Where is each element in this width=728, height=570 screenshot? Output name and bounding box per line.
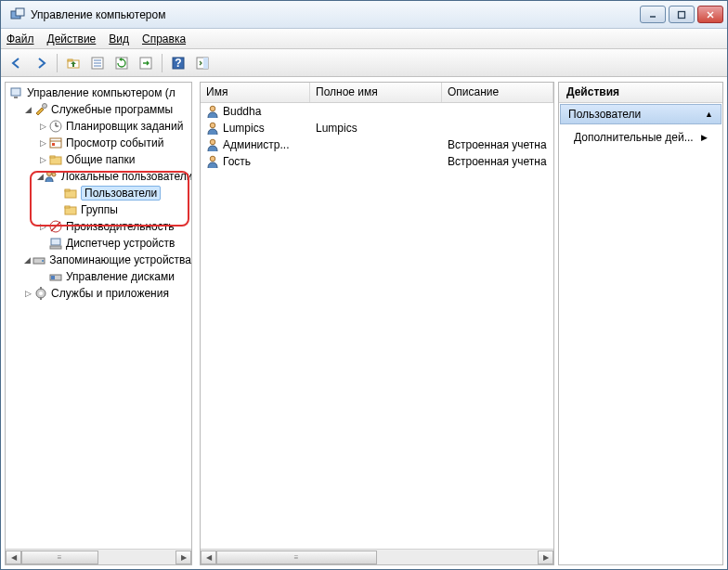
content-area: Управление компьютером (л ◢Служебные про… bbox=[1, 77, 727, 569]
expand-arrow-icon[interactable]: ▷ bbox=[22, 289, 33, 298]
list-header: Имя Полное имя Описание bbox=[201, 83, 553, 103]
refresh-icon[interactable] bbox=[111, 53, 132, 73]
list-panel: Имя Полное имя Описание BuddhaLumpicsLum… bbox=[200, 82, 554, 565]
actions-more[interactable]: Дополнительные дей... ▶ bbox=[559, 125, 722, 149]
close-button[interactable] bbox=[697, 6, 723, 23]
column-full-name[interactable]: Полное имя bbox=[310, 83, 442, 102]
window-title: Управление компьютером bbox=[31, 8, 640, 21]
collapse-arrow-icon[interactable]: ◢ bbox=[22, 255, 32, 265]
scroll-thumb[interactable]: ≡ bbox=[21, 551, 98, 564]
expand-arrow-icon[interactable]: ▷ bbox=[37, 122, 48, 131]
collapse-up-icon[interactable]: ▲ bbox=[705, 110, 713, 119]
cell-name: Buddha bbox=[223, 105, 261, 118]
tree-root[interactable]: Управление компьютером (л bbox=[6, 84, 191, 101]
scroll-thumb[interactable]: ≡ bbox=[216, 551, 377, 564]
svg-rect-18 bbox=[11, 88, 20, 96]
svg-rect-28 bbox=[50, 156, 55, 158]
svg-rect-42 bbox=[51, 276, 55, 279]
svg-point-29 bbox=[47, 172, 52, 176]
svg-point-20 bbox=[43, 104, 47, 109]
scroll-left-button[interactable]: ◀ bbox=[201, 551, 216, 564]
column-name[interactable]: Имя bbox=[201, 83, 310, 102]
list-row[interactable]: ГостьВстроенная учетна bbox=[201, 153, 553, 170]
svg-rect-3 bbox=[679, 11, 685, 18]
svg-point-30 bbox=[52, 173, 56, 176]
services-icon bbox=[33, 286, 48, 301]
actions-context[interactable]: Пользователи ▲ bbox=[560, 104, 722, 124]
collapse-arrow-icon[interactable]: ◢ bbox=[22, 105, 33, 114]
tree-groups[interactable]: Группы bbox=[6, 201, 191, 218]
menu-view[interactable]: Вид bbox=[109, 32, 129, 45]
event-icon bbox=[48, 136, 63, 150]
expand-arrow-icon[interactable]: ▷ bbox=[37, 222, 48, 231]
titlebar: Управление компьютером bbox=[1, 1, 727, 29]
computer-icon bbox=[9, 85, 24, 100]
cell-description: Встроенная учетна bbox=[442, 138, 553, 151]
tree: Управление компьютером (л ◢Служебные про… bbox=[6, 83, 191, 549]
cell-description: Встроенная учетна bbox=[442, 155, 553, 168]
tree-device-manager[interactable]: Диспетчер устройств bbox=[6, 235, 191, 252]
user-icon bbox=[206, 105, 219, 118]
performance-icon bbox=[48, 219, 63, 234]
up-folder-icon[interactable] bbox=[63, 53, 84, 73]
maximize-button[interactable] bbox=[669, 6, 695, 23]
svg-rect-46 bbox=[40, 297, 42, 300]
tree-system-tools[interactable]: ◢Служебные программы bbox=[6, 101, 191, 118]
properties-icon[interactable] bbox=[87, 53, 108, 73]
back-button[interactable] bbox=[6, 53, 27, 73]
help-icon[interactable]: ? bbox=[168, 53, 188, 73]
tree-shared-folders[interactable]: ▷Общие папки bbox=[6, 151, 191, 168]
tree-storage[interactable]: ◢Запоминающие устройства bbox=[6, 252, 191, 268]
minimize-button[interactable] bbox=[640, 6, 666, 23]
actions-panel: Действия Пользователи ▲ Дополнительные д… bbox=[558, 82, 723, 565]
scroll-left-button[interactable]: ◀ bbox=[6, 551, 21, 564]
svg-point-47 bbox=[210, 106, 215, 111]
tree-performance[interactable]: ▷Производительность bbox=[6, 218, 191, 235]
svg-rect-24 bbox=[50, 138, 61, 148]
svg-point-48 bbox=[210, 123, 215, 128]
toolbar: ? bbox=[1, 49, 727, 77]
expand-arrow-icon[interactable]: ▷ bbox=[37, 138, 48, 148]
tree-hscroll[interactable]: ◀ ≡ ▶ bbox=[6, 549, 191, 564]
scroll-right-button[interactable]: ▶ bbox=[176, 551, 191, 564]
folder-icon bbox=[63, 186, 78, 201]
window: Управление компьютером Файл Действие Вид… bbox=[0, 0, 728, 570]
cell-full-name: Lumpics bbox=[310, 122, 442, 135]
tree-users[interactable]: Пользователи bbox=[6, 185, 191, 201]
disk-icon bbox=[48, 269, 63, 284]
tree-local-users[interactable]: ◢Локальные пользователи bbox=[6, 168, 191, 185]
scroll-right-button[interactable]: ▶ bbox=[538, 551, 553, 564]
svg-rect-19 bbox=[14, 97, 18, 98]
list-row[interactable]: Buddha bbox=[201, 103, 553, 120]
svg-point-44 bbox=[39, 291, 43, 295]
action-pane-icon[interactable] bbox=[192, 53, 213, 73]
chevron-right-icon: ▶ bbox=[701, 133, 708, 142]
svg-rect-1 bbox=[16, 8, 24, 16]
collapse-arrow-icon[interactable]: ◢ bbox=[37, 172, 44, 181]
column-description[interactable]: Описание bbox=[442, 83, 553, 102]
tree-services[interactable]: ▷Службы и приложения bbox=[6, 285, 191, 302]
cell-name: Администр... bbox=[223, 138, 289, 151]
tree-task-scheduler[interactable]: ▷Планировщик заданий bbox=[6, 118, 191, 135]
expand-arrow-icon[interactable]: ▷ bbox=[37, 155, 48, 164]
clock-icon bbox=[48, 119, 63, 134]
menu-file[interactable]: Файл bbox=[6, 32, 34, 45]
list-body: BuddhaLumpicsLumpicsАдминистр...Встроенн… bbox=[201, 103, 553, 549]
menu-action[interactable]: Действие bbox=[47, 32, 97, 45]
cell-name: Гость bbox=[223, 155, 251, 168]
svg-point-40 bbox=[42, 260, 44, 262]
list-row[interactable]: Администр...Встроенная учетна bbox=[201, 136, 553, 153]
user-icon bbox=[206, 155, 219, 168]
forward-button[interactable] bbox=[31, 53, 51, 73]
svg-text:?: ? bbox=[175, 57, 181, 70]
tree-panel: Управление компьютером (л ◢Служебные про… bbox=[5, 82, 192, 565]
cell-name: Lumpics bbox=[223, 122, 265, 135]
tree-event-viewer[interactable]: ▷Просмотр событий bbox=[6, 135, 191, 151]
folder-icon bbox=[63, 202, 78, 217]
tree-disk-management[interactable]: Управление дисками bbox=[6, 268, 191, 285]
export-icon[interactable] bbox=[136, 53, 156, 73]
menu-help[interactable]: Справка bbox=[142, 32, 186, 45]
svg-rect-17 bbox=[203, 58, 208, 69]
list-hscroll[interactable]: ◀ ≡ ▶ bbox=[201, 549, 553, 564]
list-row[interactable]: LumpicsLumpics bbox=[201, 120, 553, 136]
